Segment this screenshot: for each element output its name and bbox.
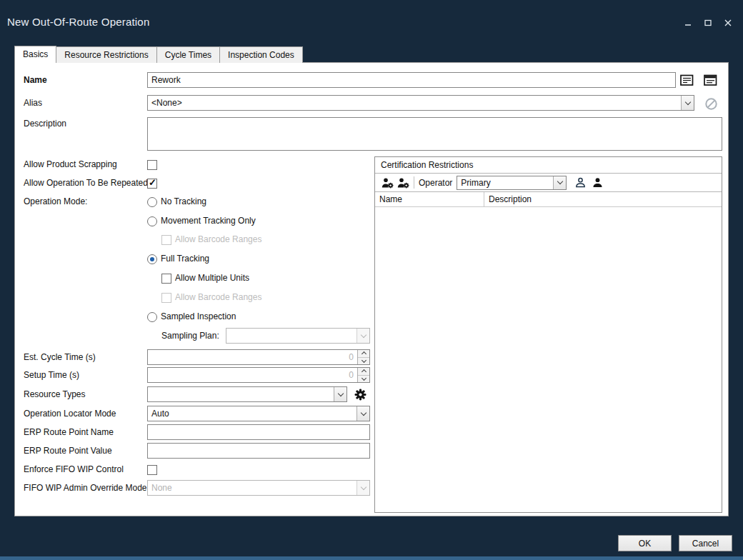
allow-product-scrapping-checkbox[interactable] <box>147 160 157 170</box>
operator-primary-icon[interactable] <box>572 175 588 191</box>
est-cycle-time-spinner <box>357 350 369 364</box>
sampling-plan-label: Sampling Plan: <box>161 328 219 344</box>
dialog-window: New Out-Of-Route Operation Basics Resour… <box>0 0 743 560</box>
enforce-fifo-label: Enforce FIFO WIP Control <box>24 461 124 477</box>
full-tracking-radio[interactable] <box>147 254 157 264</box>
column-header-name[interactable]: Name <box>375 192 484 206</box>
sampled-inspection-radio[interactable] <box>147 312 157 322</box>
maximize-button[interactable] <box>702 17 714 29</box>
operator-value: Primary <box>457 178 553 188</box>
allow-repeated-checkbox[interactable] <box>147 179 157 189</box>
certified-person-alt-icon[interactable] <box>395 175 411 191</box>
movement-tracking-label[interactable]: Movement Tracking Only <box>161 213 256 229</box>
operator-combobox[interactable]: Primary <box>457 176 567 190</box>
toolbar-separator <box>414 176 414 189</box>
chevron-down-icon <box>360 409 366 415</box>
operation-locator-dropdown-button[interactable] <box>356 406 369 421</box>
operation-mode-label: Operation Mode: <box>24 194 87 209</box>
minimize-button[interactable] <box>682 17 694 29</box>
resource-types-label: Resource Types <box>24 386 86 402</box>
description-label: Description <box>24 116 66 131</box>
no-tracking-radio[interactable] <box>147 197 157 207</box>
alias-label: Alias <box>24 95 42 111</box>
sampling-plan-dropdown-button <box>356 329 369 343</box>
no-symbol-icon <box>703 96 719 111</box>
movement-tracking-radio[interactable] <box>147 216 157 226</box>
chevron-down-icon <box>361 358 366 363</box>
maximize-icon <box>704 19 712 26</box>
operation-locator-label: Operation Locator Mode <box>24 406 116 421</box>
erp-route-point-name-label: ERP Route Point Name <box>24 424 114 440</box>
spin-down-button[interactable] <box>358 358 369 365</box>
certification-table-header: Name Description <box>375 192 722 207</box>
allow-multiple-units-label[interactable]: Allow Multiple Units <box>175 270 249 286</box>
est-cycle-time-value: 0 <box>148 350 357 364</box>
certification-restrictions-toolbar: Operator Primary <box>375 174 722 192</box>
allow-product-scrapping-label: Allow Product Scrapping <box>24 156 117 172</box>
chevron-down-icon <box>557 179 563 184</box>
chevron-up-icon <box>361 351 366 356</box>
allow-barcode-ranges-checkbox-movement <box>161 235 171 245</box>
window-title: New Out-Of-Route Operation <box>7 16 149 28</box>
gear-icon[interactable] <box>352 386 368 402</box>
resource-types-combobox[interactable] <box>147 386 347 402</box>
certification-restrictions-group: Certification Restrictions <box>374 156 722 513</box>
fifo-override-value: None <box>148 483 356 493</box>
setup-time-label: Setup Time (s) <box>24 367 79 383</box>
basics-tab-panel: Name Alias <None> <box>14 62 729 516</box>
operator-dropdown-button[interactable] <box>553 176 566 189</box>
full-tracking-label[interactable]: Full Tracking <box>161 251 209 266</box>
text-panel-header-icon[interactable] <box>702 72 718 88</box>
chevron-down-icon <box>361 376 366 381</box>
est-cycle-time-input[interactable]: 0 <box>147 349 370 365</box>
allow-barcode-ranges-label-full: Allow Barcode Ranges <box>175 289 261 305</box>
ok-button[interactable]: OK <box>618 535 672 551</box>
spin-up-button[interactable] <box>358 368 369 376</box>
fifo-override-dropdown-button <box>356 481 369 495</box>
spin-down-button[interactable] <box>358 376 369 383</box>
column-header-description[interactable]: Description <box>484 192 722 206</box>
est-cycle-time-label: Est. Cycle Time (s) <box>24 349 96 365</box>
setup-time-input[interactable]: 0 <box>147 367 370 383</box>
text-panel-icon[interactable] <box>679 72 694 88</box>
certified-person-icon[interactable] <box>379 175 395 191</box>
window-controls <box>682 17 734 29</box>
alias-dropdown-button[interactable] <box>681 96 694 110</box>
chevron-down-icon <box>360 331 366 337</box>
close-button[interactable] <box>722 17 734 29</box>
certification-table-body[interactable] <box>375 207 722 512</box>
tab-cycle-times[interactable]: Cycle Times <box>156 46 220 63</box>
allow-barcode-ranges-checkbox-full <box>161 293 171 303</box>
allow-multiple-units-checkbox[interactable] <box>161 274 171 284</box>
operation-locator-combobox[interactable]: Auto <box>147 406 370 421</box>
setup-time-spinner <box>357 368 369 382</box>
fifo-override-combobox: None <box>147 480 370 496</box>
sampling-plan-combobox <box>226 328 370 344</box>
no-tracking-label[interactable]: No Tracking <box>161 194 206 209</box>
operator-backup-icon[interactable] <box>589 175 605 191</box>
chevron-down-icon <box>684 99 690 104</box>
tab-basics[interactable]: Basics <box>14 46 56 63</box>
allow-barcode-ranges-label-movement: Allow Barcode Ranges <box>175 231 261 247</box>
enforce-fifo-checkbox[interactable] <box>147 465 157 475</box>
tab-resource-restrictions[interactable]: Resource Restrictions <box>56 46 156 63</box>
fifo-override-label: FIFO WIP Admin Override Mode <box>24 480 147 496</box>
resource-types-dropdown-button[interactable] <box>334 387 346 401</box>
cancel-button[interactable]: Cancel <box>679 535 732 551</box>
chevron-up-icon <box>361 369 366 374</box>
setup-time-value: 0 <box>148 368 357 382</box>
erp-route-point-value-input[interactable] <box>147 443 370 459</box>
erp-route-point-name-input[interactable] <box>147 424 370 440</box>
chevron-down-icon <box>360 484 366 489</box>
close-icon <box>724 19 732 26</box>
sampled-inspection-label[interactable]: Sampled Inspection <box>161 309 236 324</box>
spin-up-button[interactable] <box>358 350 369 358</box>
name-input[interactable] <box>147 72 676 88</box>
operation-locator-value: Auto <box>148 409 356 419</box>
description-input[interactable] <box>147 117 722 151</box>
erp-route-point-value-label: ERP Route Point Value <box>24 443 112 459</box>
chevron-down-icon <box>337 390 343 396</box>
alias-combobox[interactable]: <None> <box>147 95 694 111</box>
name-label: Name <box>24 72 47 88</box>
tab-inspection-codes[interactable]: Inspection Codes <box>219 46 303 63</box>
